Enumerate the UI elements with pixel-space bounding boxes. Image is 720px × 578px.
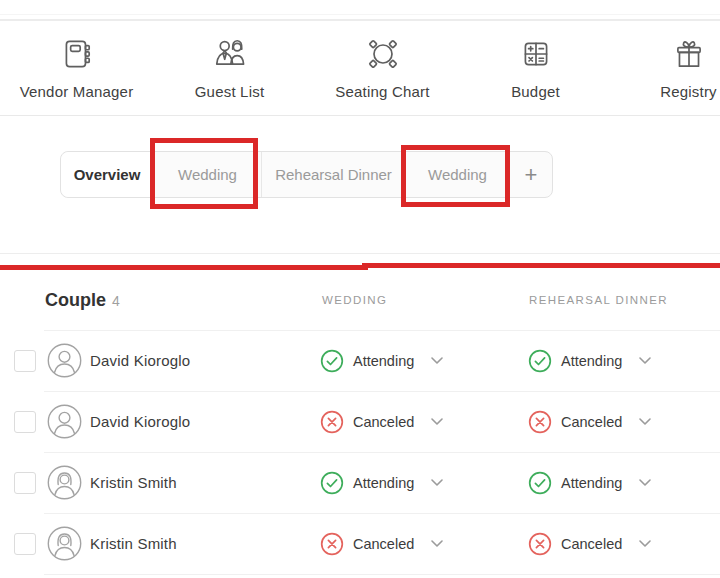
chevron-down-icon <box>431 540 443 548</box>
nav-item-registry[interactable]: Registry <box>612 21 720 115</box>
status-label: Canceled <box>353 536 423 552</box>
chevron-down-icon <box>639 357 651 365</box>
female-avatar-icon <box>47 526 82 561</box>
nav-item-guest-list[interactable]: Guest List <box>153 21 306 115</box>
top-nav: Vendor Manager Guest List Seating Chart <box>0 21 720 116</box>
guest-name: Kristin Smith <box>90 474 177 491</box>
nav-item-budget[interactable]: Budget <box>459 21 612 115</box>
couple-column-header: Couple <box>45 290 106 311</box>
wedding-status-dropdown[interactable]: Canceled <box>320 409 460 435</box>
guest-list-page: Vendor Manager Guest List Seating Chart <box>0 0 720 578</box>
attending-check-icon <box>528 349 552 373</box>
section-divider <box>0 253 720 254</box>
status-label: Canceled <box>561 536 631 552</box>
rehearsal-status-dropdown[interactable]: Attending <box>528 348 668 374</box>
canceled-x-icon <box>320 410 344 434</box>
nav-label: Vendor Manager <box>20 83 134 100</box>
couple-icon <box>212 36 248 72</box>
attending-check-icon <box>320 349 344 373</box>
nav-label: Budget <box>511 83 560 100</box>
address-book-icon <box>59 36 95 72</box>
attending-check-icon <box>320 471 344 495</box>
female-avatar-icon <box>47 465 82 500</box>
canceled-x-icon <box>320 532 344 556</box>
wedding-status-dropdown[interactable]: Attending <box>320 348 460 374</box>
wedding-column-header: WEDDING <box>322 294 387 306</box>
status-label: Attending <box>561 353 631 369</box>
add-list-button[interactable]: + <box>509 152 552 197</box>
status-label: Attending <box>353 475 423 491</box>
table-row: Kristin Smith Canceled Canceled <box>0 513 720 574</box>
nav-item-seating-chart[interactable]: Seating Chart <box>306 21 459 115</box>
status-label: Attending <box>561 475 631 491</box>
nav-item-vendor-manager[interactable]: Vendor Manager <box>0 21 153 115</box>
gift-icon <box>671 36 707 72</box>
guest-table: David Kioroglo Attending Attending <box>0 330 720 574</box>
canceled-x-icon <box>528 410 552 434</box>
nav-label: Seating Chart <box>335 83 429 100</box>
row-checkbox[interactable] <box>14 411 36 433</box>
top-hairline <box>0 14 720 15</box>
guest-name: Kristin Smith <box>90 535 177 552</box>
row-checkbox[interactable] <box>14 350 36 372</box>
tab-rehearsal-dinner[interactable]: Rehearsal Dinner <box>261 152 405 197</box>
rehearsal-status-dropdown[interactable]: Attending <box>528 470 668 496</box>
couple-count-badge: 4 <box>112 293 120 309</box>
row-checkbox[interactable] <box>14 533 36 555</box>
chevron-down-icon <box>639 479 651 487</box>
tab-wedding-1[interactable]: Wedding <box>153 152 261 197</box>
status-label: Canceled <box>561 414 631 430</box>
table-row: David Kioroglo Canceled Canceled <box>0 391 720 452</box>
guest-name: David Kioroglo <box>90 413 190 430</box>
annotation-line-right <box>362 263 720 268</box>
avatar <box>47 343 82 378</box>
chevron-down-icon <box>431 418 443 426</box>
table-header: Couple 4 WEDDING REHEARSAL DINNER <box>0 290 720 318</box>
wedding-status-dropdown[interactable]: Attending <box>320 470 460 496</box>
nav-label: Registry <box>660 83 717 100</box>
attending-check-icon <box>528 471 552 495</box>
status-label: Canceled <box>353 414 423 430</box>
avatar <box>47 526 82 561</box>
calculator-icon <box>518 36 554 72</box>
avatar <box>47 465 82 500</box>
rehearsal-status-dropdown[interactable]: Canceled <box>528 531 668 557</box>
tab-overview[interactable]: Overview <box>61 152 153 197</box>
round-table-icon <box>365 36 401 72</box>
nav-label: Guest List <box>195 83 265 100</box>
canceled-x-icon <box>528 532 552 556</box>
rehearsal-column-header: REHEARSAL DINNER <box>529 294 668 306</box>
guest-list-tab-bar: Overview Wedding Rehearsal Dinner Weddin… <box>60 151 553 198</box>
table-row: Kristin Smith Attending Attending <box>0 452 720 513</box>
row-checkbox[interactable] <box>14 472 36 494</box>
wedding-status-dropdown[interactable]: Canceled <box>320 531 460 557</box>
status-label: Attending <box>353 353 423 369</box>
chevron-down-icon <box>431 479 443 487</box>
chevron-down-icon <box>639 418 651 426</box>
annotation-line-left <box>0 265 368 270</box>
rehearsal-status-dropdown[interactable]: Canceled <box>528 409 668 435</box>
male-avatar-icon <box>47 343 82 378</box>
chevron-down-icon <box>639 540 651 548</box>
tab-wedding-2[interactable]: Wedding <box>405 152 509 197</box>
avatar <box>47 404 82 439</box>
chevron-down-icon <box>431 357 443 365</box>
male-avatar-icon <box>47 404 82 439</box>
guest-name: David Kioroglo <box>90 352 190 369</box>
table-row: David Kioroglo Attending Attending <box>0 330 720 391</box>
